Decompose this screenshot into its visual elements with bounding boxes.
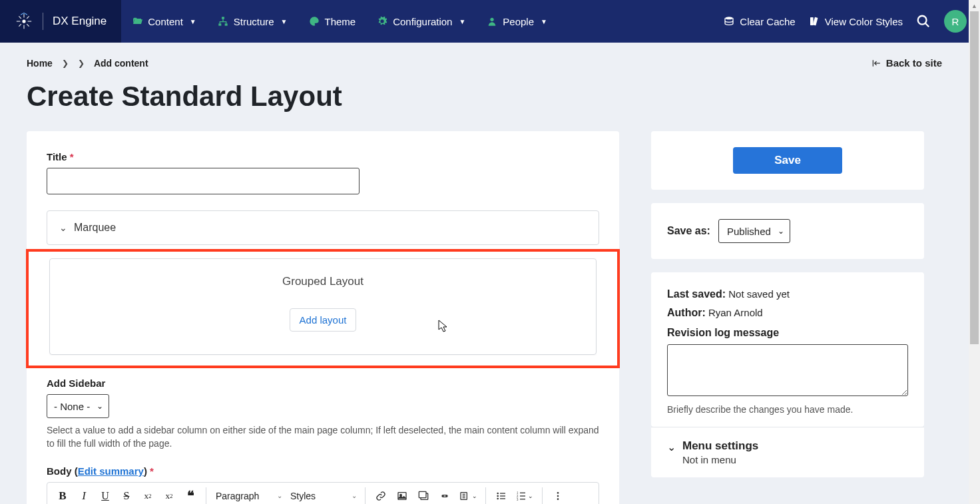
image-button[interactable] — [392, 486, 412, 504]
svg-line-7 — [27, 16, 29, 19]
back-icon — [871, 59, 881, 68]
nav-content[interactable]: Content ▼ — [121, 0, 206, 43]
main-form-card: Title * ⌄ Marquee Grouped Layout Add lay… — [27, 131, 619, 504]
marquee-collapse[interactable]: ⌄ Marquee — [47, 210, 599, 245]
save-button[interactable]: Save — [733, 147, 842, 174]
body-label: Body (Edit summary) * — [47, 465, 599, 477]
gear-icon — [377, 16, 387, 27]
embed-button[interactable] — [435, 486, 455, 504]
chevron-down-icon: ▼ — [190, 18, 196, 25]
chevron-down-icon: ⌄ — [667, 441, 676, 453]
scrollbar-track[interactable]: ▲ — [969, 0, 980, 504]
grouped-layout-title: Grouped Layout — [63, 275, 583, 288]
crumb-add-content[interactable]: Add content — [94, 58, 148, 69]
more-button[interactable] — [548, 486, 568, 504]
title-input[interactable] — [47, 168, 360, 194]
revision-textarea[interactable] — [667, 344, 908, 396]
chevron-down-icon: ▼ — [541, 18, 547, 25]
save-as-select[interactable]: Published ⌄ — [718, 219, 790, 243]
right-nav: Clear Cache View Color Styles R — [724, 0, 980, 43]
avatar-initial: R — [952, 16, 959, 27]
brand-name: DX Engine — [53, 15, 107, 28]
breadcrumb: Home ❯ ❯ Add content — [27, 58, 148, 69]
numbered-list-button[interactable]: 123⌄ — [513, 486, 537, 504]
svg-rect-16 — [810, 17, 814, 25]
chevron-right-icon: ❯ — [78, 59, 85, 68]
superscript-button[interactable]: x2 — [138, 486, 158, 504]
svg-point-32 — [497, 495, 499, 497]
svg-point-44 — [557, 498, 559, 500]
svg-point-34 — [497, 497, 499, 499]
clear-cache-link[interactable]: Clear Cache — [724, 16, 795, 27]
scrollbar-thumb[interactable] — [970, 11, 979, 344]
page-title: Create Standard Layout — [27, 81, 942, 113]
nav-theme[interactable]: Theme — [298, 0, 367, 43]
svg-point-14 — [491, 18, 494, 21]
svg-line-9 — [21, 13, 24, 15]
crumb-home[interactable]: Home — [27, 58, 53, 69]
revision-help: Briefly describe the changes you have ma… — [667, 404, 908, 415]
styles-select[interactable]: Styles ⌄ — [286, 486, 360, 504]
breadcrumb-row: Home ❯ ❯ Add content Back to site — [27, 57, 942, 69]
back-to-site-link[interactable]: Back to site — [871, 57, 942, 69]
svg-text:3: 3 — [517, 497, 519, 501]
scrollbar-up-icon[interactable]: ▲ — [969, 0, 980, 11]
view-color-styles-link[interactable]: View Color Styles — [809, 16, 903, 27]
media-button[interactable]: ⌄ — [456, 486, 480, 504]
numbered-list-icon: 123 — [516, 491, 527, 501]
nav-structure[interactable]: Structure ▼ — [207, 0, 298, 43]
bullet-list-button[interactable] — [491, 486, 511, 504]
title-label: Title * — [47, 151, 599, 162]
nav-people[interactable]: People ▼ — [476, 0, 558, 43]
link-button[interactable] — [371, 486, 391, 504]
gallery-button[interactable] — [413, 486, 433, 504]
italic-button[interactable]: I — [74, 486, 94, 504]
grouped-layout-box: Grouped Layout Add layout — [49, 258, 597, 355]
chevron-down-icon: ⌄ — [277, 492, 282, 499]
menu-settings-subtitle: Not in menu — [682, 454, 758, 465]
chevron-down-icon: ▼ — [281, 18, 288, 25]
nav-label: People — [503, 16, 534, 27]
logo-separator — [43, 13, 43, 30]
chevron-right-icon: ❯ — [62, 59, 69, 68]
menu-settings-card[interactable]: ⌄ Menu settings Not in menu — [651, 427, 924, 477]
underline-button[interactable]: U — [95, 486, 115, 504]
last-saved-row: Last saved: Not saved yet — [667, 288, 908, 300]
add-sidebar-help: Select a value to add a sidebar column o… — [47, 423, 599, 451]
page-body: Home ❯ ❯ Add content Back to site Create… — [0, 43, 969, 504]
highlighted-section: Grouped Layout Add layout — [26, 249, 620, 368]
strike-button[interactable]: S — [117, 486, 136, 504]
svg-rect-37 — [520, 492, 525, 493]
svg-point-18 — [918, 16, 927, 25]
add-sidebar-select[interactable]: - None - ⌄ — [47, 394, 109, 418]
more-vertical-icon — [553, 491, 563, 501]
toolbar-separator — [365, 487, 366, 504]
nav-label: Configuration — [393, 16, 452, 27]
quote-button[interactable]: ❝ — [180, 486, 200, 504]
svg-line-10 — [24, 13, 27, 15]
svg-point-15 — [725, 17, 733, 19]
svg-rect-31 — [500, 493, 505, 493]
svg-rect-17 — [813, 17, 818, 26]
paragraph-select[interactable]: Paragraph ⌄ — [212, 486, 285, 504]
svg-rect-25 — [419, 491, 426, 497]
svg-rect-39 — [520, 495, 525, 496]
bullet-list-icon — [496, 491, 507, 501]
search-icon — [916, 14, 931, 29]
save-card: Save — [651, 131, 924, 190]
author-row: Author: Ryan Arnold — [667, 307, 908, 319]
add-sidebar-value: - None - — [54, 401, 90, 412]
avatar[interactable]: R — [944, 10, 967, 33]
toolbar-separator — [206, 487, 206, 504]
search-button[interactable] — [916, 14, 931, 29]
menu-settings-title: Menu settings — [682, 439, 758, 453]
nav-configuration[interactable]: Configuration ▼ — [366, 0, 476, 43]
bold-button[interactable]: B — [53, 486, 73, 504]
subscript-button[interactable]: x2 — [159, 486, 179, 504]
chevron-down-icon: ▼ — [459, 18, 465, 25]
svg-rect-41 — [520, 499, 525, 499]
swatches-icon — [809, 16, 820, 27]
edit-summary-link[interactable]: Edit summary — [78, 465, 144, 477]
brand-logo[interactable]: DX Engine — [0, 0, 121, 43]
add-layout-button[interactable]: Add layout — [290, 308, 357, 332]
